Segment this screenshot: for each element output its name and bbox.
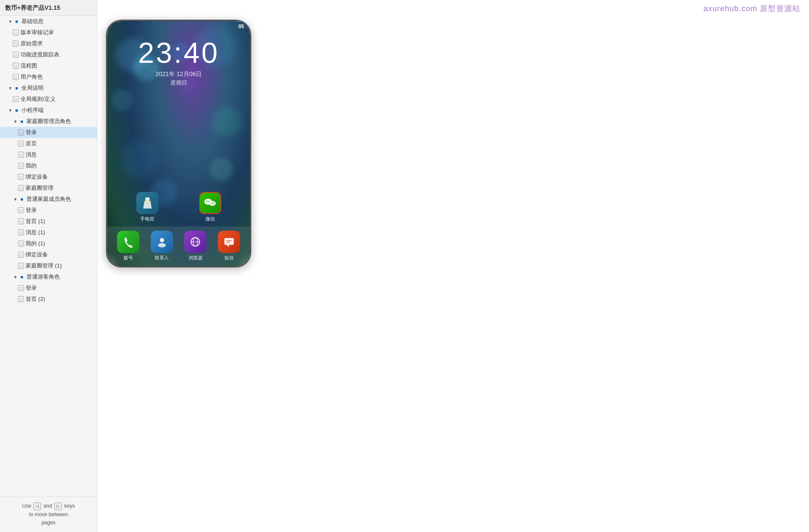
sidebar-item-登录3[interactable]: □ 登录	[0, 282, 97, 294]
clock-area: 23:40 2021年 12月06日 星期日	[107, 38, 250, 87]
page-label: 登录	[26, 206, 37, 214]
sidebar-item-流程图[interactable]: □ 流程图	[0, 60, 97, 71]
page-label: 消息 (1)	[26, 229, 45, 236]
svg-point-2	[146, 200, 149, 203]
page-label: 绑定设备	[26, 251, 48, 259]
page-icon: □	[18, 141, 24, 147]
dock-sms-label: 短信	[224, 255, 234, 261]
sidebar-folder-全局说明[interactable]: ▼ ■ 全局说明	[0, 82, 97, 94]
dock-phone-icon	[117, 231, 139, 253]
dock-phone[interactable]: 拨号	[113, 231, 143, 261]
sidebar-item-用户角色[interactable]: □ 用户角色	[0, 71, 97, 82]
clock-date: 2021年 12月06日	[156, 71, 202, 78]
sidebar-folder-基础信息[interactable]: ▼ ■ 基础信息	[0, 16, 97, 27]
sidebar: 数币+养老产品V1.15 ▼ ■ 基础信息 □ 版本审核记录 □ 原始需求 □ …	[0, 0, 97, 532]
sidebar-item-消息[interactable]: □ 消息	[0, 149, 97, 160]
nav-hint: Use ◁ and ▷ keys to move between pages	[0, 497, 97, 532]
page-label: 首页	[26, 140, 37, 147]
nav-right-key: ▷	[54, 503, 62, 510]
sidebar-item-家庭圈管理1[interactable]: □ 家庭圈管理 (1)	[0, 260, 97, 271]
page-label: 版本审核记录	[21, 29, 54, 36]
clock-time: 23:40	[138, 38, 219, 67]
sidebar-item-我的1[interactable]: □ 我的 (1)	[0, 238, 97, 249]
sidebar-folder-普通家庭成员角色[interactable]: ▼ ■ 普通家庭成员角色	[0, 194, 97, 205]
sidebar-folder-家庭圈管理员角色[interactable]: ▼ ■ 家庭圈管理员角色	[0, 116, 97, 127]
svg-marker-15	[227, 245, 229, 247]
featured-apps-row: 手电筒	[107, 188, 250, 226]
dock-contacts[interactable]: 联系人	[147, 231, 177, 261]
sidebar-item-家庭圈管理[interactable]: □ 家庭圈管理	[0, 182, 97, 194]
page-icon: □	[13, 63, 19, 69]
folder-label: 家庭圈管理员角色	[26, 118, 71, 125]
dock-bar: 拨号 联系人	[107, 226, 250, 266]
sidebar-folder-普通游客角色[interactable]: ▼ ■ 普通游客角色	[0, 271, 97, 282]
status-time: 05	[238, 24, 244, 29]
app-flashlight-wrap[interactable]: 手电筒	[132, 192, 162, 222]
svg-rect-14	[224, 238, 234, 245]
app-wechat-wrap[interactable]: 微信	[195, 192, 225, 222]
svg-rect-0	[145, 197, 150, 201]
watermark-text: axurehub.com 原型资源站	[703, 3, 800, 14]
folder-icon: ■	[14, 85, 20, 91]
svg-point-4	[209, 201, 216, 206]
sidebar-item-版本审核记录[interactable]: □ 版本审核记录	[0, 27, 97, 38]
sidebar-item-首页[interactable]: □ 首页	[0, 138, 97, 149]
dock-contacts-icon	[151, 231, 173, 253]
page-icon: □	[18, 218, 24, 224]
sidebar-item-绑定设备2[interactable]: □ 绑定设备	[0, 249, 97, 260]
folder-label: 全局说明	[21, 84, 44, 92]
sidebar-item-功能进度跟踪表[interactable]: □ 功能进度跟踪表	[0, 49, 97, 60]
sidebar-item-消息1[interactable]: □ 消息 (1)	[0, 227, 97, 238]
page-icon: □	[18, 252, 24, 258]
svg-point-10	[158, 243, 166, 247]
app-title: 数币+养老产品V1.15	[0, 0, 97, 16]
page-icon: □	[18, 241, 24, 247]
page-label: 消息	[26, 151, 37, 159]
dock-sms[interactable]: 短信	[214, 231, 244, 261]
page-label: 功能进度跟踪表	[21, 51, 59, 59]
page-label: 家庭圈管理 (1)	[26, 262, 62, 270]
sidebar-item-首页1[interactable]: □ 首页 (1)	[0, 216, 97, 227]
page-label: 绑定设备	[26, 173, 48, 181]
svg-point-5	[206, 201, 207, 202]
folder-label: 小程序端	[21, 106, 44, 114]
svg-point-6	[208, 201, 209, 202]
sidebar-item-绑定设备[interactable]: □ 绑定设备	[0, 171, 97, 182]
page-label: 我的	[26, 162, 37, 170]
svg-point-8	[212, 203, 213, 203]
nav-hint-and: and	[44, 503, 53, 509]
page-label: 首页 (2)	[26, 295, 45, 303]
folder-icon: ■	[14, 107, 20, 113]
dock-contacts-label: 联系人	[155, 255, 169, 261]
page-icon: □	[18, 263, 24, 269]
folder-label: 基础信息	[21, 18, 44, 25]
main-content: axurehub.com 原型资源站 05	[97, 0, 809, 532]
sidebar-item-登录2[interactable]: □ 登录	[0, 205, 97, 216]
page-label: 用户角色	[21, 73, 43, 81]
sidebar-item-全局规则定义[interactable]: □ 全局规则/定义	[0, 94, 97, 105]
page-label: 原始需求	[21, 40, 43, 47]
app-flashlight-label: 手电筒	[140, 216, 154, 222]
sidebar-item-原始需求[interactable]: □ 原始需求	[0, 38, 97, 49]
app-grid-area: 手电筒	[107, 87, 250, 266]
app-wechat-icon	[199, 192, 221, 214]
expand-arrow: ▼	[8, 19, 13, 24]
expand-arrow: ▼	[13, 119, 18, 124]
sidebar-folder-小程序端[interactable]: ▼ ■ 小程序端	[0, 105, 97, 116]
nav-hint-prefix: Use	[22, 503, 31, 509]
folder-icon: ■	[19, 274, 25, 280]
sidebar-scroll[interactable]: ▼ ■ 基础信息 □ 版本审核记录 □ 原始需求 □ 功能进度跟踪表 □ 流程图…	[0, 16, 97, 497]
nav-hint-pages: pages	[41, 520, 56, 526]
page-icon: □	[18, 185, 24, 191]
dock-browser[interactable]: 浏览器	[180, 231, 210, 261]
sidebar-item-首页2[interactable]: □ 首页 (2)	[0, 294, 97, 305]
sidebar-item-登录[interactable]: □ 登录	[0, 127, 97, 138]
page-icon: □	[18, 163, 24, 169]
lockscreen-background: 05 23:40 2021年 12月06日 星期日	[107, 21, 250, 266]
folder-label: 普通游客角色	[26, 273, 60, 281]
sidebar-item-我的[interactable]: □ 我的	[0, 160, 97, 171]
dock-browser-icon	[184, 231, 206, 253]
svg-point-7	[210, 203, 211, 203]
page-icon: □	[18, 129, 24, 135]
expand-arrow: ▼	[13, 274, 18, 279]
